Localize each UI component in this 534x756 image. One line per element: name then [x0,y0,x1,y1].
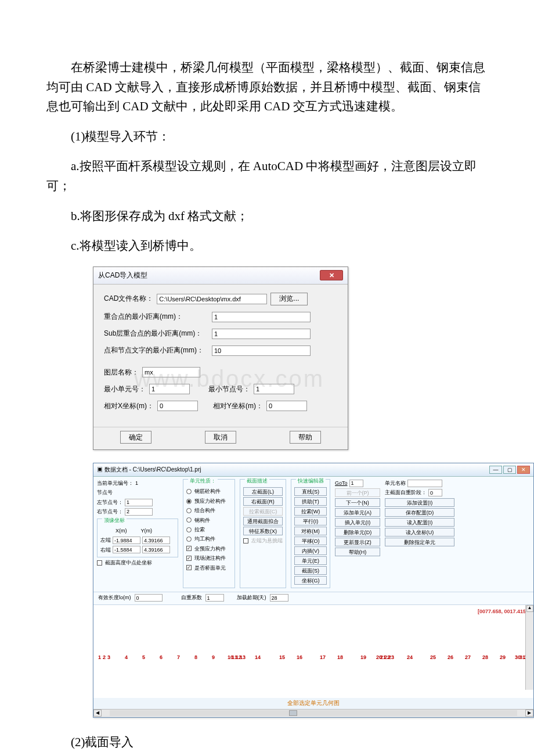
radio-r4[interactable] [186,517,192,523]
radio-r5[interactable] [186,527,192,532]
paragraph-intro: 在桥梁博士建模中，桥梁几何模型（平面模型，梁格模型）、截面、钢束信息均可由 CA… [46,58,488,117]
delunit-button[interactable]: 删除单元(D) [335,528,380,537]
ly-input[interactable] [142,537,170,544]
check-c3[interactable] [186,565,192,570]
app-titlebar[interactable]: ▣ 数据文档 - C:\Users\RC\Desktop\1.prj — ▢ ✕ [93,463,533,477]
textdist-input[interactable] [212,345,311,356]
scroll-thumb[interactable] [289,710,297,716]
submindist-input[interactable] [212,329,311,339]
curunit-label: 当前单元编号： [97,479,134,487]
axis-tick: 13 [240,653,246,661]
help2-button[interactable]: 帮助(H) [335,548,380,556]
addunit-button[interactable]: 添加单元(A) [335,508,380,517]
close-window-icon[interactable]: ✕ [517,466,530,474]
leftnode-input[interactable] [125,499,153,506]
dialog-titlebar[interactable]: 从CAD导入模型 ✕ [93,267,348,285]
scroll-left-icon[interactable]: ◀ [93,710,102,717]
rely-label: 相对Y坐标(m)： [213,401,263,412]
maximize-icon[interactable]: ▢ [503,466,516,474]
r2-label: 预应力砼构件 [194,497,226,505]
axis-tick: 19 [360,653,366,661]
ry-input[interactable] [142,546,170,553]
minnode-input[interactable] [254,384,294,394]
axis-tick: 14 [255,653,261,661]
r6-label: 均工构件 [194,535,215,543]
scroll-right-icon[interactable]: ▶ [525,710,533,717]
minimize-icon[interactable]: — [489,466,502,474]
radio-r6[interactable] [186,537,192,542]
axis-tick: 3 [107,653,110,661]
axis-tick: 17 [320,653,326,661]
layer-input[interactable] [142,367,200,377]
sec-center-label: 截面高度中点处坐标 [105,559,152,567]
sec-button[interactable]: 截面(S) [294,566,327,575]
radio-r1[interactable] [186,489,192,494]
readcfg-button[interactable]: 读入配置(I) [385,518,454,527]
radio-r3[interactable] [186,508,192,513]
mainsec-input[interactable] [428,489,442,496]
interp-button[interactable]: 内插(V) [294,546,327,555]
addcfg-button[interactable]: 添加设置(I) [385,498,454,507]
efflen-input[interactable] [135,594,163,602]
delselunit-button[interactable]: 删除指定单元 [385,538,454,546]
c3-label: 是否桥面单元 [194,564,226,572]
unitname-input[interactable] [407,480,442,487]
cadfile-label: CAD文件名称： [104,293,153,304]
sec-center-checkbox[interactable] [97,560,102,566]
r3-label: 组合构件 [194,506,215,514]
rx-input[interactable] [113,546,140,553]
leftsec-button[interactable]: 左截面(L) [243,487,283,496]
ok-button[interactable]: 确定 [120,431,151,444]
lx-input[interactable] [113,537,140,544]
unit-button[interactable]: 单元(E) [294,556,327,565]
rightnode-input[interactable] [125,508,153,516]
x-header: X(m) [116,527,127,535]
mirror-button[interactable]: 对称(M) [294,527,327,535]
goto-input[interactable] [349,480,363,487]
help-button[interactable]: 帮助 [290,431,321,444]
mindist-input[interactable] [212,312,311,322]
geometry-canvas[interactable]: [0077.658, 0017.415] 1234567891011121314… [93,605,533,698]
cancel-button[interactable]: 取消 [205,431,236,444]
import-cad-dialog: 从CAD导入模型 ✕ www.bdocx.com CAD文件名称： 浏览... … [93,267,348,450]
coord-button[interactable]: 坐标(G) [294,576,327,585]
insunit-button[interactable]: 插入单元(I) [335,518,380,527]
check-c1[interactable] [186,546,192,551]
cadfile-input[interactable] [157,294,267,304]
readcoord-button[interactable]: 读入坐标(U) [385,528,454,537]
dialog-title: 从CAD导入模型 [98,270,147,281]
minunit-label: 最小单元号： [104,384,146,395]
vertical-scrollbar[interactable]: ▲ [525,605,533,690]
axis-tick: 28 [482,653,488,661]
minunit-input[interactable] [149,384,190,394]
radio-r2[interactable] [186,499,192,504]
savecfg-button[interactable]: 保存配置(D) [385,508,454,517]
arch-button[interactable]: 拱助(T) [294,497,327,506]
loadage-input[interactable] [270,594,288,602]
update-button[interactable]: 更新显示(Z) [335,538,380,546]
parallel-button[interactable]: 平行(I) [294,517,327,525]
translate-button[interactable]: 平移(O) [294,537,327,545]
relx-input[interactable] [157,401,198,411]
charcoef-button[interactable]: 特征系数(X) [243,527,283,535]
rightsec-button[interactable]: 右截面(R) [243,497,283,506]
leftnode-label: 左节点号： [97,498,123,506]
horizontal-scrollbar[interactable]: ◀ ▶ [93,709,533,717]
cable-button[interactable]: 拉索(W) [294,507,327,516]
cantilever-checkbox[interactable] [243,538,248,543]
next-button[interactable]: 下一个(N) [335,498,380,507]
check-c2[interactable] [186,556,192,561]
c2-label: 现场浇注构件 [194,554,226,562]
rely-input[interactable] [266,401,307,411]
selfcoef-input[interactable] [205,594,224,602]
c1-label: 全预应力构件 [194,545,226,553]
axis-tick: 9 [212,653,215,661]
browse-button[interactable]: 浏览... [270,293,308,305]
axis-tick: 27 [465,653,471,661]
close-icon[interactable]: ✕ [320,270,343,280]
editor-title: 快速编辑器 [296,477,326,485]
scroll-up-icon[interactable]: ▲ [526,605,533,612]
line-button[interactable]: 直线(S) [294,487,327,496]
fitsec-button[interactable]: 通用截面拟合 [243,517,283,525]
rightend-label: 右端 [100,546,111,554]
